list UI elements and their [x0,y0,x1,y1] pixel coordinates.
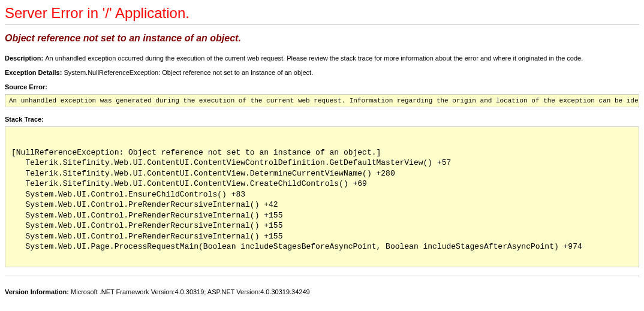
exception-text: System.NullReferenceException: Object re… [64,69,313,76]
version-text: Microsoft .NET Framework Version:4.0.303… [69,288,310,295]
description-line: Description: An unhandled exception occu… [5,55,639,62]
stack-trace-label: Stack Trace: [5,116,639,123]
error-subtitle: Object reference not set to an instance … [5,33,639,44]
stack-trace-box: [NullReferenceException: Object referenc… [5,126,639,267]
version-line: Version Information: Microsoft .NET Fram… [5,288,639,295]
source-error-box: An unhandled exception was generated dur… [5,94,639,107]
description-text: An unhandled exception occurred during t… [45,55,583,62]
page-title: Server Error in '/' Application. [5,5,639,22]
description-label: Description: [5,55,45,62]
exception-label: Exception Details: [5,69,64,76]
divider [5,24,639,25]
divider-bottom [5,276,639,276]
exception-line: Exception Details: System.NullReferenceE… [5,69,639,76]
version-label: Version Information: [5,288,69,295]
source-error-label: Source Error: [5,83,639,90]
